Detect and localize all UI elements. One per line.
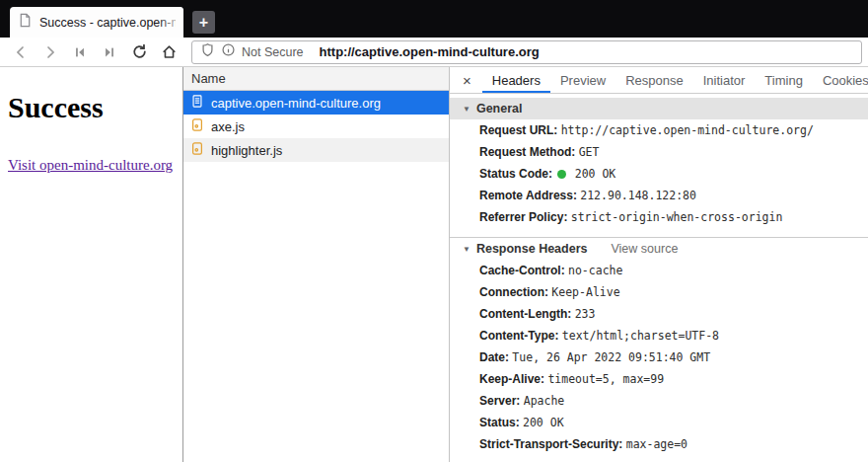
header-label: Cache-Control: xyxy=(479,264,565,277)
header-row: Remote Address: 212.90.148.122:80 xyxy=(450,185,868,206)
security-label: Not Secure xyxy=(242,45,304,59)
page-favicon-icon xyxy=(18,13,33,32)
header-value: Tue, 26 Apr 2022 09:51:40 GMT xyxy=(512,350,710,364)
view-source-link[interactable]: View source xyxy=(611,242,678,256)
header-label: Remote Address: xyxy=(479,189,577,202)
header-row: Referrer Policy: strict-origin-when-cros… xyxy=(450,206,868,228)
skip-forward-icon[interactable] xyxy=(95,39,124,65)
header-value: 200 OK xyxy=(575,167,616,181)
header-label: Strict-Transport-Security: xyxy=(479,437,622,451)
script-icon xyxy=(190,141,204,159)
reload-button[interactable] xyxy=(124,39,154,65)
header-value: text/html;charset=UTF-8 xyxy=(562,329,719,343)
header-value: Apache xyxy=(524,394,565,408)
headers-sections: ▼ General Request URL: http://captive.op… xyxy=(450,98,868,455)
header-label: Keep-Alive: xyxy=(479,372,544,386)
tab-title-fade xyxy=(158,7,183,38)
page-content: Success Visit open-mind-culture.org xyxy=(0,67,182,462)
header-value: 233 xyxy=(575,307,596,321)
header-label: Status: xyxy=(479,416,520,429)
header-value: strict-origin-when-cross-origin xyxy=(571,210,783,224)
network-name-column-header[interactable]: Name xyxy=(183,67,449,91)
header-value: GET xyxy=(579,145,600,159)
request-name: axe.js xyxy=(211,119,245,134)
header-value: http://captive.open-mind-culture.org/ xyxy=(561,123,814,137)
section-title: General xyxy=(476,102,523,116)
section-header[interactable]: ▼ General xyxy=(450,98,868,119)
page-link[interactable]: Visit open-mind-culture.org xyxy=(8,157,173,174)
tab-bar: Success - captive.open-min + xyxy=(0,0,868,38)
collapse-triangle-icon: ▼ xyxy=(463,245,470,254)
detail-tabs: × HeadersPreviewResponseInitiatorTimingC… xyxy=(450,67,868,94)
request-name: highlighter.js xyxy=(211,143,282,158)
document-icon xyxy=(190,94,204,112)
collapse-triangle-icon: ▼ xyxy=(463,105,470,114)
shield-icon[interactable] xyxy=(200,42,215,61)
header-row: Strict-Transport-Security: max-age=0 xyxy=(450,433,868,455)
network-request-row[interactable]: captive.open-mind-culture.org xyxy=(183,91,449,115)
header-row: Connection: Keep-Alive xyxy=(450,281,868,303)
new-tab-button[interactable]: + xyxy=(192,11,215,34)
skip-back-icon[interactable] xyxy=(65,39,95,65)
header-row: Date: Tue, 26 Apr 2022 09:51:40 GMT xyxy=(450,346,868,368)
header-label: Server: xyxy=(479,394,520,408)
tab-initiator[interactable]: Initiator xyxy=(693,67,756,93)
back-button[interactable] xyxy=(6,39,36,65)
header-row: Keep-Alive: timeout=5, max=99 xyxy=(450,368,868,390)
tab-response[interactable]: Response xyxy=(615,67,693,93)
header-value: Keep-Alive xyxy=(551,285,619,299)
forward-button[interactable] xyxy=(36,39,65,65)
page-title: Success xyxy=(8,91,175,124)
header-value: max-age=0 xyxy=(626,437,687,451)
header-row: Status: 200 OK xyxy=(450,412,868,433)
navigation-toolbar: Not Secure http://captive.open-mind-cult… xyxy=(0,38,868,67)
header-row: Content-Type: text/html;charset=UTF-8 xyxy=(450,325,868,346)
header-value: no-cache xyxy=(568,264,622,277)
header-label: Connection: xyxy=(479,285,548,299)
request-name: captive.open-mind-culture.org xyxy=(211,96,381,111)
url-bar[interactable]: Not Secure http://captive.open-mind-cult… xyxy=(191,40,862,64)
request-detail-pane: × HeadersPreviewResponseInitiatorTimingC… xyxy=(450,67,868,462)
main-area: Success Visit open-mind-culture.org Name… xyxy=(0,67,868,462)
close-icon[interactable]: × xyxy=(463,72,471,89)
header-row: Request URL: http://captive.open-mind-cu… xyxy=(450,119,868,141)
script-icon xyxy=(190,117,204,135)
browser-tab[interactable]: Success - captive.open-min xyxy=(10,7,183,38)
header-row: Cache-Control: no-cache xyxy=(450,260,868,281)
header-label: Request Method: xyxy=(479,145,575,159)
tab-timing[interactable]: Timing xyxy=(755,67,813,93)
section-header[interactable]: ▼ Response Headers View source xyxy=(450,238,868,260)
header-label: Date: xyxy=(479,350,509,364)
header-value: 212.90.148.122:80 xyxy=(580,189,696,202)
home-button[interactable] xyxy=(154,39,183,65)
header-label: Referrer Policy: xyxy=(479,210,567,224)
header-label: Status Code: xyxy=(479,167,552,181)
header-row: Status Code: 200 OK xyxy=(450,163,868,185)
devtools-panel: Name captive.open-mind-culture.org xyxy=(182,67,868,462)
header-label: Content-Length: xyxy=(479,307,571,321)
status-green-dot xyxy=(557,170,566,179)
network-request-row[interactable]: axe.js xyxy=(183,115,449,138)
header-row: Server: Apache xyxy=(450,390,868,412)
header-label: Content-Type: xyxy=(479,329,558,343)
url-text[interactable]: http://captive.open-mind-culture.org xyxy=(320,44,540,59)
tab-cookies[interactable]: Cookies xyxy=(813,67,868,93)
header-label: Request URL: xyxy=(479,123,557,137)
header-value: 200 OK xyxy=(523,416,564,429)
section-title: Response Headers xyxy=(476,242,588,256)
tab-headers[interactable]: Headers xyxy=(482,67,550,93)
header-value: timeout=5, max=99 xyxy=(547,372,664,386)
header-row: Request Method: GET xyxy=(450,141,868,163)
header-row: Content-Length: 233 xyxy=(450,303,868,325)
info-icon[interactable] xyxy=(221,42,236,61)
network-request-row[interactable]: highlighter.js xyxy=(183,138,449,162)
tab-title: Success - captive.open-min xyxy=(39,16,176,30)
network-request-list: Name captive.open-mind-culture.org xyxy=(183,67,450,462)
tab-preview[interactable]: Preview xyxy=(550,67,615,93)
